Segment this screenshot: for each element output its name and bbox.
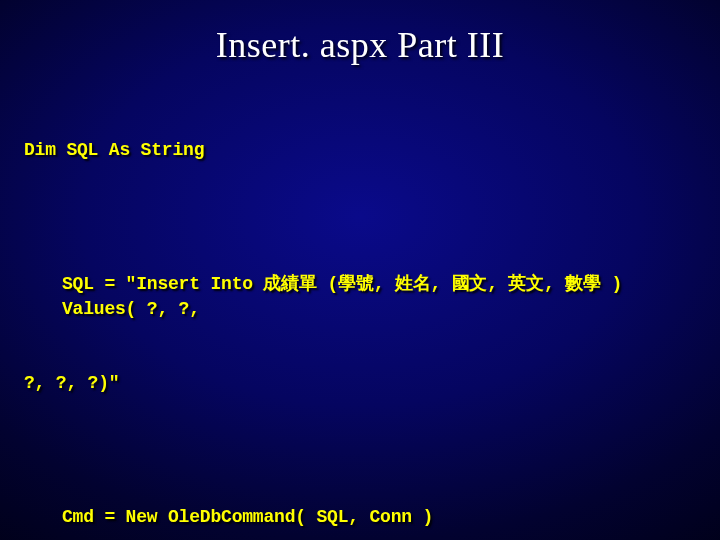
code-line: Cmd = New OleDbCommand( SQL, Conn ) <box>24 505 696 530</box>
code-line: ?, ?, ?)" <box>24 371 696 396</box>
slide-title: Insert. aspx Part III <box>24 24 696 66</box>
code-line: SQL = "Insert Into 成績單 (學號, 姓名, 國文, 英文, … <box>24 272 696 322</box>
code-block: Dim SQL As String SQL = "Insert Into 成績單… <box>24 88 696 540</box>
code-line: Dim SQL As String <box>24 138 696 163</box>
slide: Insert. aspx Part III Dim SQL As String … <box>0 0 720 540</box>
